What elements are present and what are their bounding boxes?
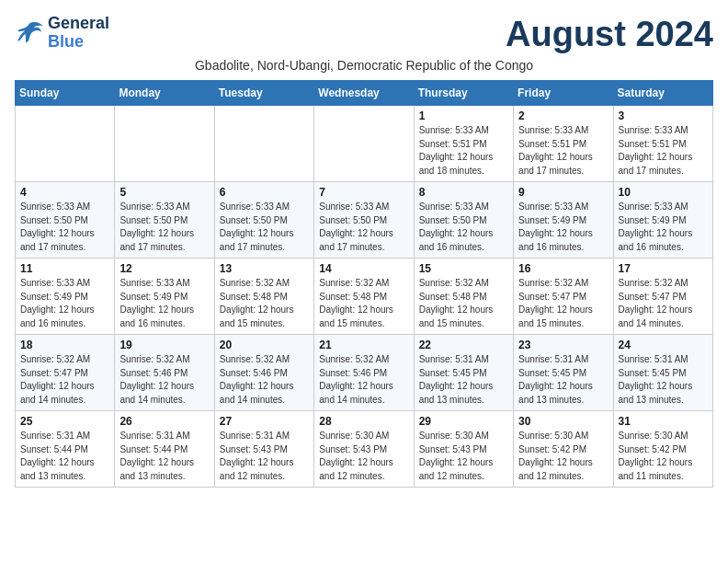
calendar-week-5: 25Sunrise: 5:31 AM Sunset: 5:44 PM Dayli…	[16, 411, 713, 488]
day-number: 7	[319, 186, 408, 199]
calendar-cell: 9Sunrise: 5:33 AM Sunset: 5:49 PM Daylig…	[514, 182, 613, 259]
day-info: Sunrise: 5:30 AM Sunset: 5:43 PM Dayligh…	[319, 430, 408, 483]
calendar-cell: 19Sunrise: 5:32 AM Sunset: 5:46 PM Dayli…	[115, 335, 214, 411]
day-info: Sunrise: 5:32 AM Sunset: 5:46 PM Dayligh…	[319, 353, 408, 407]
day-number: 24	[619, 339, 708, 351]
calendar-cell: 24Sunrise: 5:31 AM Sunset: 5:45 PM Dayli…	[613, 335, 712, 411]
calendar-cell: 8Sunrise: 5:33 AM Sunset: 5:50 PM Daylig…	[414, 182, 513, 259]
calendar-header-saturday: Saturday	[613, 81, 712, 106]
calendar-cell: 27Sunrise: 5:31 AM Sunset: 5:43 PM Dayli…	[214, 411, 313, 488]
day-info: Sunrise: 5:31 AM Sunset: 5:45 PM Dayligh…	[419, 353, 508, 407]
day-info: Sunrise: 5:32 AM Sunset: 5:46 PM Dayligh…	[119, 353, 209, 407]
calendar-cell: 6Sunrise: 5:33 AM Sunset: 5:50 PM Daylig…	[214, 182, 313, 259]
calendar-header-friday: Friday	[514, 81, 613, 106]
day-number: 26	[119, 415, 209, 428]
logo-icon	[15, 20, 44, 46]
calendar-cell	[214, 106, 313, 182]
calendar-header-sunday: Sunday	[16, 81, 115, 106]
calendar-cell: 31Sunrise: 5:30 AM Sunset: 5:42 PM Dayli…	[613, 411, 712, 488]
calendar-cell: 14Sunrise: 5:32 AM Sunset: 5:48 PM Dayli…	[314, 259, 414, 335]
day-info: Sunrise: 5:31 AM Sunset: 5:43 PM Dayligh…	[220, 430, 309, 483]
day-info: Sunrise: 5:31 AM Sunset: 5:45 PM Dayligh…	[518, 353, 608, 407]
calendar-cell: 7Sunrise: 5:33 AM Sunset: 5:50 PM Daylig…	[314, 182, 414, 259]
calendar-cell: 20Sunrise: 5:32 AM Sunset: 5:46 PM Dayli…	[214, 335, 313, 411]
day-number: 18	[20, 339, 109, 351]
day-number: 1	[419, 109, 508, 122]
day-info: Sunrise: 5:33 AM Sunset: 5:50 PM Dayligh…	[220, 201, 309, 254]
calendar-cell: 16Sunrise: 5:32 AM Sunset: 5:47 PM Dayli…	[514, 259, 613, 335]
calendar-cell	[16, 106, 115, 182]
calendar-cell: 18Sunrise: 5:32 AM Sunset: 5:47 PM Dayli…	[16, 335, 115, 411]
calendar-cell: 28Sunrise: 5:30 AM Sunset: 5:43 PM Dayli…	[314, 411, 414, 488]
calendar-cell: 5Sunrise: 5:33 AM Sunset: 5:50 PM Daylig…	[115, 182, 214, 259]
day-number: 14	[319, 262, 408, 275]
calendar-cell: 26Sunrise: 5:31 AM Sunset: 5:44 PM Dayli…	[115, 411, 214, 488]
day-number: 28	[319, 415, 408, 428]
calendar-cell: 4Sunrise: 5:33 AM Sunset: 5:50 PM Daylig…	[16, 182, 115, 259]
day-number: 13	[220, 262, 309, 275]
calendar-header-thursday: Thursday	[414, 81, 513, 106]
day-info: Sunrise: 5:30 AM Sunset: 5:42 PM Dayligh…	[518, 430, 608, 483]
day-number: 23	[518, 339, 608, 351]
day-number: 10	[619, 186, 708, 199]
day-info: Sunrise: 5:33 AM Sunset: 5:49 PM Dayligh…	[119, 277, 209, 330]
day-number: 2	[518, 109, 608, 122]
calendar-cell: 23Sunrise: 5:31 AM Sunset: 5:45 PM Dayli…	[514, 335, 613, 411]
day-number: 4	[20, 186, 109, 199]
day-info: Sunrise: 5:33 AM Sunset: 5:50 PM Dayligh…	[20, 201, 109, 254]
day-info: Sunrise: 5:30 AM Sunset: 5:43 PM Dayligh…	[419, 430, 508, 483]
day-info: Sunrise: 5:33 AM Sunset: 5:50 PM Dayligh…	[319, 201, 408, 254]
calendar-week-1: 1Sunrise: 5:33 AM Sunset: 5:51 PM Daylig…	[16, 106, 713, 182]
day-info: Sunrise: 5:31 AM Sunset: 5:44 PM Dayligh…	[20, 430, 109, 483]
day-info: Sunrise: 5:32 AM Sunset: 5:46 PM Dayligh…	[220, 353, 309, 407]
calendar-header-wednesday: Wednesday	[314, 81, 414, 106]
day-number: 22	[419, 339, 508, 351]
day-info: Sunrise: 5:33 AM Sunset: 5:49 PM Dayligh…	[518, 201, 608, 254]
calendar-table: SundayMondayTuesdayWednesdayThursdayFrid…	[15, 80, 713, 488]
day-number: 3	[619, 109, 708, 122]
page-header: General Blue August 2024	[15, 15, 713, 54]
day-number: 21	[319, 339, 408, 351]
calendar-week-3: 11Sunrise: 5:33 AM Sunset: 5:49 PM Dayli…	[16, 259, 713, 335]
calendar-cell: 2Sunrise: 5:33 AM Sunset: 5:51 PM Daylig…	[514, 106, 613, 182]
day-number: 16	[518, 262, 608, 275]
day-number: 11	[20, 262, 109, 275]
day-info: Sunrise: 5:33 AM Sunset: 5:51 PM Dayligh…	[619, 124, 708, 178]
day-info: Sunrise: 5:31 AM Sunset: 5:45 PM Dayligh…	[619, 353, 708, 407]
day-number: 8	[419, 186, 508, 199]
day-number: 31	[619, 415, 708, 428]
day-number: 12	[119, 262, 209, 275]
day-number: 9	[518, 186, 608, 199]
calendar-cell: 15Sunrise: 5:32 AM Sunset: 5:48 PM Dayli…	[414, 259, 513, 335]
day-number: 17	[619, 262, 708, 275]
calendar-cell: 1Sunrise: 5:33 AM Sunset: 5:51 PM Daylig…	[414, 106, 513, 182]
calendar-subtitle: Gbadolite, Nord-Ubangi, Democratic Repub…	[15, 58, 713, 73]
calendar-cell: 17Sunrise: 5:32 AM Sunset: 5:47 PM Dayli…	[613, 259, 712, 335]
calendar-cell: 11Sunrise: 5:33 AM Sunset: 5:49 PM Dayli…	[16, 259, 115, 335]
day-info: Sunrise: 5:33 AM Sunset: 5:50 PM Dayligh…	[119, 201, 209, 254]
calendar-cell	[314, 106, 414, 182]
calendar-header-row: SundayMondayTuesdayWednesdayThursdayFrid…	[16, 81, 713, 106]
day-info: Sunrise: 5:33 AM Sunset: 5:50 PM Dayligh…	[419, 201, 508, 254]
calendar-body: 1Sunrise: 5:33 AM Sunset: 5:51 PM Daylig…	[16, 106, 713, 488]
day-number: 30	[518, 415, 608, 428]
calendar-cell: 25Sunrise: 5:31 AM Sunset: 5:44 PM Dayli…	[16, 411, 115, 488]
day-info: Sunrise: 5:32 AM Sunset: 5:48 PM Dayligh…	[220, 277, 309, 330]
day-info: Sunrise: 5:32 AM Sunset: 5:47 PM Dayligh…	[518, 277, 608, 330]
day-number: 5	[119, 186, 209, 199]
day-info: Sunrise: 5:32 AM Sunset: 5:47 PM Dayligh…	[619, 277, 708, 330]
calendar-cell: 13Sunrise: 5:32 AM Sunset: 5:48 PM Dayli…	[214, 259, 313, 335]
calendar-cell: 3Sunrise: 5:33 AM Sunset: 5:51 PM Daylig…	[613, 106, 712, 182]
day-number: 27	[220, 415, 309, 428]
calendar-cell: 12Sunrise: 5:33 AM Sunset: 5:49 PM Dayli…	[115, 259, 214, 335]
day-info: Sunrise: 5:33 AM Sunset: 5:49 PM Dayligh…	[619, 201, 708, 254]
day-info: Sunrise: 5:32 AM Sunset: 5:47 PM Dayligh…	[20, 353, 109, 407]
day-info: Sunrise: 5:31 AM Sunset: 5:44 PM Dayligh…	[119, 430, 209, 483]
logo: General Blue	[15, 15, 109, 52]
calendar-cell: 10Sunrise: 5:33 AM Sunset: 5:49 PM Dayli…	[613, 182, 712, 259]
day-number: 29	[419, 415, 508, 428]
day-number: 25	[20, 415, 109, 428]
day-info: Sunrise: 5:32 AM Sunset: 5:48 PM Dayligh…	[319, 277, 408, 330]
calendar-week-2: 4Sunrise: 5:33 AM Sunset: 5:50 PM Daylig…	[16, 182, 713, 259]
day-info: Sunrise: 5:30 AM Sunset: 5:42 PM Dayligh…	[619, 430, 708, 483]
